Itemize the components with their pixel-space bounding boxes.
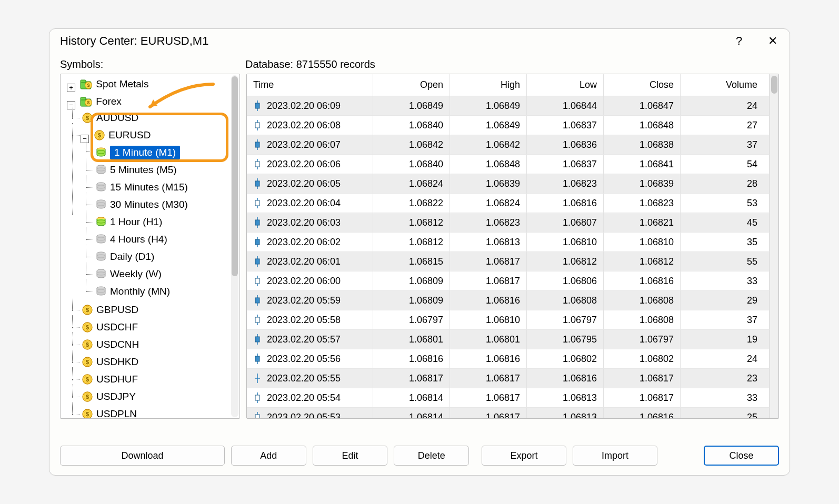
table-row[interactable]: 2023.02.20 05:581.067971.068101.067971.0…: [247, 310, 770, 330]
table-row[interactable]: 2023.02.20 05:561.068161.068161.068021.0…: [247, 349, 770, 369]
tree-group[interactable]: Spot Metals: [96, 78, 148, 90]
add-button[interactable]: Add: [231, 446, 306, 466]
cell-time: 2023.02.20 05:54: [267, 392, 341, 404]
database-label: Database: 8715550 records: [245, 58, 779, 70]
timeframe-icon: [95, 286, 107, 297]
table-row[interactable]: 2023.02.20 06:001.068091.068171.068061.0…: [247, 271, 770, 291]
candle-icon: [253, 392, 262, 404]
cell-time: 2023.02.20 05:55: [267, 373, 341, 384]
timeframe-w[interactable]: Weekly (W): [110, 268, 162, 280]
cell-volume: 24: [681, 96, 770, 115]
timeframe-h1[interactable]: 1 Hour (H1): [110, 216, 162, 228]
symbol-item[interactable]: USDHKD: [96, 356, 138, 368]
table-row[interactable]: 2023.02.20 06:031.068121.068231.068071.0…: [247, 213, 770, 233]
edit-button[interactable]: Edit: [313, 446, 388, 466]
cell-low: 1.06837: [527, 116, 604, 135]
table-row[interactable]: 2023.02.20 06:011.068151.068171.068121.0…: [247, 252, 770, 271]
col-open[interactable]: Open: [373, 74, 450, 96]
table-row[interactable]: 2023.02.20 06:081.068401.068491.068371.0…: [247, 116, 770, 135]
symbol-item-eurusd[interactable]: EURUSD: [108, 129, 151, 141]
col-close[interactable]: Close: [604, 74, 681, 96]
timeframe-m1[interactable]: 1 Minute (M1): [110, 146, 180, 159]
table-scrollbar[interactable]: [770, 74, 778, 418]
table-row[interactable]: 2023.02.20 06:091.068491.068491.068441.0…: [247, 96, 770, 116]
candle-icon: [253, 217, 262, 228]
table-row[interactable]: 2023.02.20 06:061.068401.068481.068371.0…: [247, 155, 770, 174]
cell-close: 1.06823: [604, 194, 681, 213]
tree-scrollbar[interactable]: [231, 75, 238, 417]
symbol-tree[interactable]: + Spot Metals − Forex: [60, 74, 240, 419]
cell-close: 1.06816: [604, 408, 681, 418]
cell-high: 1.06824: [450, 194, 527, 213]
cell-low: 1.06836: [527, 135, 604, 154]
symbol-item[interactable]: USDJPY: [96, 391, 136, 402]
symbol-item[interactable]: USDCHF: [96, 321, 138, 333]
col-volume[interactable]: Volume: [681, 74, 770, 96]
candle-icon: [253, 334, 262, 345]
symbol-item[interactable]: USDCNH: [96, 339, 139, 350]
table-row[interactable]: 2023.02.20 06:041.068221.068241.068161.0…: [247, 194, 770, 213]
cell-volume: 29: [681, 291, 770, 310]
col-high[interactable]: High: [450, 74, 527, 96]
timeframe-m15[interactable]: 15 Minutes (M15): [110, 182, 188, 193]
download-button[interactable]: Download: [60, 446, 225, 466]
cell-volume: 53: [681, 194, 770, 213]
cell-low: 1.06810: [527, 233, 604, 251]
data-table: Time Open High Low Close Volume 2023.02.…: [246, 74, 779, 419]
collapse-icon[interactable]: −: [81, 135, 89, 143]
symbol-item[interactable]: GBPUSD: [96, 304, 138, 316]
cell-close: 1.06848: [604, 116, 681, 135]
table-row[interactable]: 2023.02.20 06:051.068241.068391.068231.0…: [247, 174, 770, 194]
candle-icon: [253, 139, 262, 150]
import-button[interactable]: Import: [573, 446, 657, 466]
currency-icon: [82, 356, 93, 368]
delete-button[interactable]: Delete: [394, 446, 469, 466]
table-header[interactable]: Time Open High Low Close Volume: [247, 74, 770, 96]
table-row[interactable]: 2023.02.20 05:551.068171.068171.068161.0…: [247, 369, 770, 388]
cell-high: 1.06823: [450, 213, 527, 232]
table-row[interactable]: 2023.02.20 05:531.068141.068171.068131.0…: [247, 408, 770, 418]
cell-low: 1.06813: [527, 388, 604, 407]
table-row[interactable]: 2023.02.20 05:591.068091.068161.068081.0…: [247, 291, 770, 310]
cell-close: 1.06821: [604, 213, 681, 232]
close-icon[interactable]: ✕: [763, 35, 782, 47]
folder-icon: [80, 78, 93, 90]
timeframe-h4[interactable]: 4 Hours (H4): [110, 234, 167, 245]
timeframe-m30[interactable]: 30 Minutes (M30): [110, 199, 188, 210]
cell-time: 2023.02.20 06:03: [267, 217, 341, 228]
tree-group[interactable]: Forex: [96, 96, 122, 107]
cell-low: 1.06808: [527, 291, 604, 310]
symbol-item[interactable]: USDPLN: [96, 408, 137, 419]
collapse-icon[interactable]: −: [67, 101, 75, 109]
symbol-item[interactable]: USDHUF: [96, 374, 138, 385]
currency-icon: [82, 304, 93, 316]
cell-high: 1.06816: [450, 349, 527, 368]
timeframe-d1[interactable]: Daily (D1): [110, 251, 154, 263]
candle-icon: [253, 236, 262, 248]
timeframe-icon: [95, 251, 107, 263]
timeframe-m5[interactable]: 5 Minutes (M5): [110, 164, 177, 176]
cell-low: 1.06816: [527, 194, 604, 213]
expand-icon[interactable]: +: [67, 84, 75, 92]
folder-icon: [80, 96, 93, 107]
timeframe-mn[interactable]: Monthly (MN): [110, 286, 170, 297]
table-row[interactable]: 2023.02.20 06:021.068121.068131.068101.0…: [247, 233, 770, 252]
cell-volume: 54: [681, 155, 770, 174]
export-button[interactable]: Export: [482, 446, 566, 466]
cell-high: 1.06817: [450, 271, 527, 290]
col-time[interactable]: Time: [247, 74, 373, 96]
table-row[interactable]: 2023.02.20 06:071.068421.068421.068361.0…: [247, 135, 770, 155]
timeframe-icon: [95, 234, 107, 245]
table-row[interactable]: 2023.02.20 05:571.068011.068011.067951.0…: [247, 330, 770, 349]
close-button[interactable]: Close: [704, 446, 779, 466]
cell-volume: 37: [681, 135, 770, 154]
cell-high: 1.06842: [450, 135, 527, 154]
cell-open: 1.06824: [373, 174, 450, 193]
table-row[interactable]: 2023.02.20 05:541.068141.068171.068131.0…: [247, 388, 770, 408]
symbol-item-audusd[interactable]: AUDUSD: [96, 112, 138, 124]
candle-icon: [253, 119, 262, 131]
col-low[interactable]: Low: [527, 74, 604, 96]
help-icon[interactable]: ?: [730, 35, 748, 47]
cell-high: 1.06817: [450, 369, 527, 388]
cell-close: 1.06839: [604, 174, 681, 193]
